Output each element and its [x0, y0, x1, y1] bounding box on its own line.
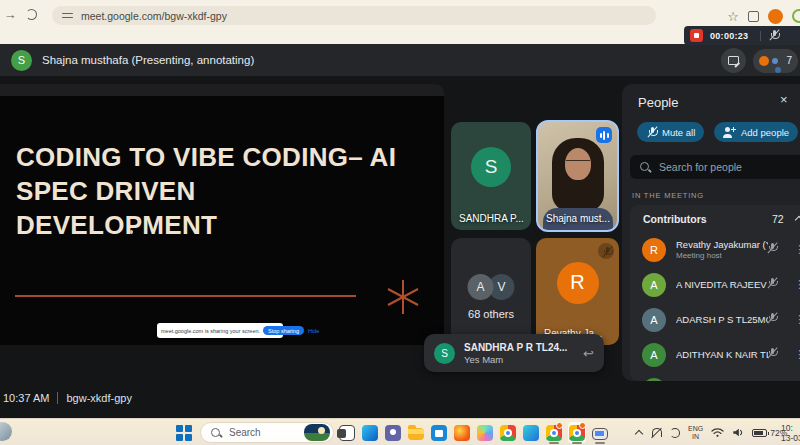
mini-avatar-blue2	[775, 67, 781, 73]
more-options-icon[interactable]: ⋮	[794, 348, 800, 361]
screen: → meet.google.com/bgw-xkdf-gpy ☆ 00:00:2…	[0, 0, 800, 445]
tile-revathy[interactable]: R Revathy Ja...	[536, 238, 619, 345]
annotation-icon	[728, 56, 739, 65]
task-view-icon[interactable]	[338, 422, 356, 443]
more-options-icon[interactable]: ⋮	[794, 243, 800, 256]
windows-taskbar: Search ENGIN	[0, 418, 800, 445]
annotation-dot	[130, 230, 133, 234]
stop-recording-button[interactable]	[690, 29, 703, 42]
tile-label: SANDHRA P...	[459, 213, 524, 224]
presenter-banner: S Shajna musthafa (Presenting, annotatin…	[0, 44, 800, 76]
meeting-time: 10:37 AM	[3, 392, 49, 404]
start-button[interactable]	[176, 425, 191, 440]
meet-control-bar: 10:37 AM bgw-xkdf-gpy !	[0, 380, 800, 418]
participant-count-pill[interactable]: 7	[753, 49, 798, 73]
tray-chevron-up-icon[interactable]	[635, 430, 643, 438]
more-options-icon[interactable]: ⋮	[794, 278, 800, 291]
edge-icon[interactable]	[361, 422, 379, 443]
recording-toolbar: 00:00:23	[684, 26, 800, 45]
people-panel: People × Mute all Add people IN THE MEET…	[622, 84, 800, 381]
wave-app-icon[interactable]	[522, 422, 540, 443]
notifications-off-icon[interactable]	[650, 427, 662, 439]
mic-off-icon	[766, 241, 779, 259]
hide-share-bar-link[interactable]: Hide	[308, 328, 319, 334]
extensions-icon[interactable]	[748, 11, 759, 22]
presentation-window-strip	[0, 84, 444, 96]
file-explorer-icon[interactable]	[407, 422, 425, 443]
bookmark-star-icon[interactable]: ☆	[727, 9, 739, 24]
participant-row[interactable]: R Revathy Jayakumar (You)Meeting host ⋮	[630, 232, 800, 267]
weather-widget-icon	[304, 424, 330, 441]
wifi-icon[interactable]	[711, 427, 724, 438]
mic-off-icon	[766, 276, 779, 294]
slide-asterisk	[384, 278, 422, 316]
tile-mic-off-icon	[598, 243, 614, 259]
mic-off-icon	[766, 346, 779, 364]
volume-icon[interactable]	[732, 427, 744, 438]
avatar: A	[642, 308, 666, 332]
participant-row[interactable]: A ADARSH P S TL25MCA... ⋮	[630, 302, 800, 337]
annotation-button[interactable]	[721, 48, 746, 73]
taskbar-search[interactable]: Search	[200, 422, 334, 443]
add-people-button[interactable]: Add people	[714, 122, 798, 142]
tray-clock[interactable]: 10:13-03-20	[781, 423, 800, 443]
people-search[interactable]	[630, 155, 800, 179]
slide-title: CODING TO VIBE CODING– AI SPEC DRIVEN DE…	[16, 140, 436, 242]
tile-shajna-video[interactable]: Shajna must...	[536, 120, 619, 232]
more-options-icon[interactable]: ⋮	[794, 313, 800, 326]
avatar: R	[557, 262, 599, 304]
browser-profile-avatar[interactable]	[768, 9, 783, 24]
address-bar[interactable]: meet.google.com/bgw-xkdf-gpy	[52, 6, 656, 25]
recorder-mic-off-icon[interactable]	[768, 29, 781, 42]
microsoft-store-icon[interactable]	[430, 422, 448, 443]
chat-sender: SANDHRA P R TL24...	[464, 342, 583, 353]
firefox-icon[interactable]	[453, 422, 471, 443]
chrome-icon[interactable]	[499, 422, 517, 443]
widgets-icon[interactable]	[0, 422, 12, 441]
tile-sandhra[interactable]: S SANDHRA P...	[451, 122, 531, 230]
recording-timer: 00:00:23	[710, 31, 748, 41]
reload-icon[interactable]	[26, 9, 37, 20]
site-settings-icon[interactable]	[62, 11, 73, 20]
participant-row[interactable]: A ADITYA TL25MCAMCO... ⋮	[630, 372, 800, 381]
mini-avatar-blue	[772, 58, 778, 64]
copilot-icon[interactable]	[476, 422, 494, 443]
mic-off-icon	[646, 126, 657, 138]
chat-notification[interactable]: S SANDHRA P R TL24... Yes Mam ↩	[424, 334, 604, 372]
presentation-tile[interactable]: CODING TO VIBE CODING– AI SPEC DRIVEN DE…	[0, 84, 444, 345]
search-icon	[639, 161, 651, 173]
participant-row[interactable]: A ADITHYAN K NAIR TL25... ⋮	[630, 337, 800, 372]
forward-icon[interactable]: →	[0, 7, 20, 22]
stop-sharing-button[interactable]: Stop sharing	[263, 326, 304, 335]
reply-icon[interactable]: ↩	[583, 346, 594, 361]
avatar: A	[642, 378, 666, 382]
avatar: A	[468, 274, 494, 300]
sync-icon[interactable]	[670, 428, 680, 438]
tile-label: Shajna must...	[546, 213, 610, 224]
screen-share-monitor-icon[interactable]	[591, 422, 609, 443]
battery-icon	[752, 429, 767, 437]
chrome-active-icon[interactable]	[568, 422, 586, 443]
tile-others[interactable]: A V 68 others	[451, 238, 531, 345]
presenter-name: Shajna musthafa (Presenting, annotating)	[42, 54, 254, 66]
contributors-count: 72	[772, 213, 784, 225]
participant-count: 7	[786, 55, 792, 66]
search-input[interactable]	[659, 161, 779, 173]
screen-share-bar: meet.google.com is sharing your screen. …	[157, 323, 283, 338]
close-icon[interactable]: ×	[780, 92, 788, 107]
chat-message: Yes Mam	[464, 354, 583, 365]
contributors-header[interactable]: Contributors 72	[630, 205, 800, 232]
mute-all-button[interactable]: Mute all	[637, 122, 704, 142]
others-count-label: 68 others	[451, 308, 531, 320]
chrome-notification-icon[interactable]	[545, 422, 563, 443]
meeting-code: bgw-xkdf-gpy	[66, 392, 131, 404]
section-label: IN THE MEETING	[632, 191, 704, 200]
url-text: meet.google.com/bgw-xkdf-gpy	[81, 10, 227, 22]
mic-off-icon	[766, 381, 779, 382]
teams-icon[interactable]	[384, 422, 402, 443]
panel-title: People	[638, 95, 678, 110]
language-indicator[interactable]: ENGIN	[688, 425, 703, 440]
avatar: A	[642, 273, 666, 297]
avatar: S	[471, 147, 511, 187]
participant-row[interactable]: A A NIVEDITA RAJEEV TL2... ⋮	[630, 267, 800, 302]
